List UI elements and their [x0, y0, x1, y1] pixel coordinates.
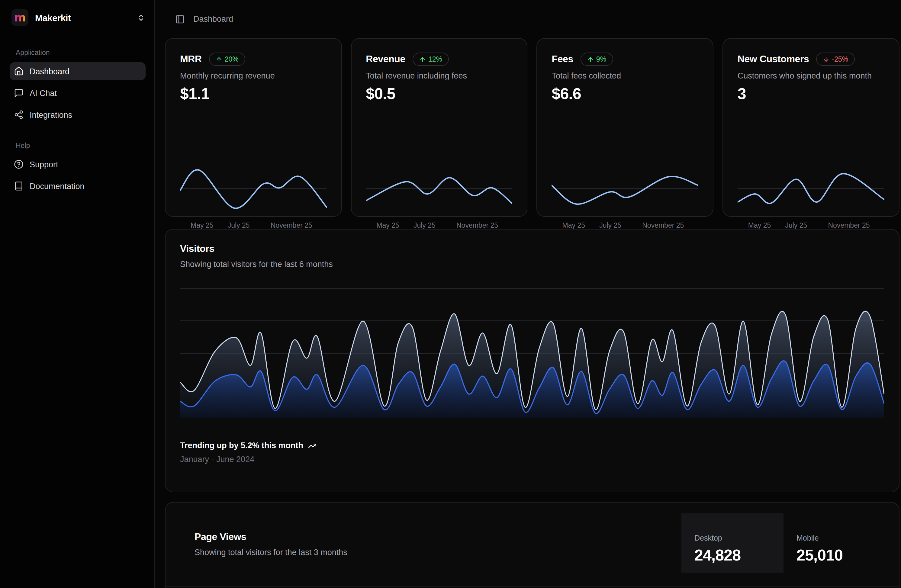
x-axis-label: July 25 — [413, 221, 436, 229]
desktop-stat-value: 24,828 — [694, 546, 783, 565]
main-content: Dashboard MRR 20% Monthly recurring reve… — [155, 0, 901, 588]
stat-title: Fees — [552, 54, 573, 65]
sidebar-item-label: Documentation — [30, 181, 84, 190]
arrow-up-icon — [587, 56, 594, 62]
home-icon — [14, 66, 23, 76]
brand-name: Makerkit — [35, 12, 71, 23]
workspace-switcher[interactable]: m Makerkit — [0, 0, 154, 26]
sidebar-toggle-button[interactable] — [175, 14, 185, 24]
sidebar-item-ai-chat[interactable]: AI Chat — [10, 84, 146, 102]
share-icon — [14, 110, 23, 120]
x-axis-label: May 25 — [190, 221, 213, 229]
date-range: January - June 2024 — [180, 455, 316, 464]
sidebar-item-dashboard[interactable]: Dashboard — [10, 62, 146, 80]
sidebar-group-label-help: Help — [16, 142, 154, 149]
sidebar-item-documentation[interactable]: Documentation — [10, 177, 146, 195]
stat-subtitle: Customers who signed up this month — [737, 71, 884, 80]
stat-title: New Customers — [737, 54, 809, 65]
arrow-up-icon — [419, 56, 426, 62]
svg-text:m: m — [14, 11, 26, 24]
help-circle-icon — [14, 159, 23, 169]
trend-badge: 12% — [413, 53, 449, 66]
x-axis-label: November 25 — [642, 221, 684, 229]
stat-subtitle: Monthly recurring revenue — [180, 71, 326, 80]
arrow-up-icon — [216, 56, 222, 62]
mobile-stat-value: 25,010 — [797, 546, 899, 565]
stat-value: $6.6 — [552, 84, 698, 103]
trend-badge: -25% — [816, 53, 855, 66]
chevrons-up-down-icon — [137, 14, 145, 22]
x-axis-label: May 25 — [376, 221, 399, 229]
visitors-subtitle: Showing total visitors for the last 6 mo… — [180, 260, 884, 269]
sparkline-chart: May 25 July 25 November 25 — [552, 156, 698, 231]
visitors-area-chart — [180, 288, 884, 419]
book-icon — [14, 181, 23, 191]
x-axis-label: May 25 — [748, 221, 771, 229]
stat-value: $1.1 — [180, 84, 326, 103]
stat-card-mrr: MRR 20% Monthly recurring revenue $1.1 M… — [165, 38, 341, 217]
sparkline-chart: May 25 July 25 November 25 — [737, 156, 884, 231]
desktop-stat-button[interactable]: Desktop 24,828 — [681, 513, 783, 572]
sidebar-item-label: AI Chat — [30, 89, 57, 98]
stat-card-new-customers: New Customers -25% Customers who signed … — [722, 38, 899, 217]
page-views-header: Page Views Showing total visitors for th… — [165, 502, 899, 586]
breadcrumb: Dashboard — [193, 14, 233, 23]
dashboard-page: m Makerkit Application Dashboard AI Chat — [0, 0, 901, 588]
stat-value: $0.5 — [366, 84, 512, 103]
x-axis-label: July 25 — [599, 221, 621, 229]
sparkline-chart: May 25 July 25 November 25 — [180, 156, 326, 231]
stat-cards-row: MRR 20% Monthly recurring revenue $1.1 M… — [165, 38, 899, 217]
x-axis-label: November 25 — [271, 221, 312, 229]
sidebar-item-label: Integrations — [30, 110, 72, 119]
stat-title: Revenue — [366, 54, 405, 65]
stat-subtitle: Total revenue including fees — [366, 71, 512, 80]
sidebar: m Makerkit Application Dashboard AI Chat — [0, 0, 155, 588]
x-axis-label: May 25 — [563, 221, 585, 229]
sidebar-group-label-application: Application — [16, 49, 154, 56]
trending-up-icon — [308, 441, 316, 450]
visitors-card: Visitors Showing total visitors for the … — [165, 229, 899, 492]
arrow-down-icon — [823, 56, 829, 62]
stat-card-revenue: Revenue 12% Total revenue including fees… — [351, 38, 527, 217]
x-axis-label: November 25 — [457, 221, 498, 229]
x-axis-label: July 25 — [228, 221, 250, 229]
panel-left-icon — [175, 14, 185, 24]
trend-badge: 9% — [580, 53, 613, 66]
page-views-card: Page Views Showing total visitors for th… — [165, 502, 899, 588]
makerkit-logo: m — [11, 9, 28, 26]
stat-title: MRR — [180, 54, 202, 65]
sidebar-item-label: Support — [30, 160, 58, 169]
x-axis-label: July 25 — [785, 221, 807, 229]
stat-subtitle: Total fees collected — [552, 71, 698, 80]
desktop-stat-label: Desktop — [694, 533, 783, 542]
sidebar-item-integrations[interactable]: Integrations — [10, 106, 146, 124]
mobile-stat-button[interactable]: Mobile 25,010 — [783, 513, 899, 572]
message-square-icon — [14, 88, 23, 98]
sidebar-item-support[interactable]: Support — [10, 155, 146, 173]
page-views-toggles: Desktop 24,828 Mobile 25,010 — [681, 513, 899, 572]
visitors-footer: Trending up by 5.2% this month January -… — [180, 441, 316, 464]
topbar: Dashboard — [155, 0, 901, 38]
trending-text: Trending up by 5.2% this month — [180, 441, 303, 450]
visitors-title: Visitors — [180, 243, 884, 254]
x-axis-label: November 25 — [828, 221, 870, 229]
sparkline-chart: May 25 July 25 November 25 — [366, 156, 512, 231]
stat-card-fees: Fees 9% Total fees collected $6.6 May 25… — [537, 38, 714, 217]
stat-value: 3 — [737, 84, 884, 103]
sidebar-item-label: Dashboard — [30, 67, 70, 76]
trend-badge: 20% — [209, 53, 245, 66]
mobile-stat-label: Mobile — [797, 533, 899, 542]
